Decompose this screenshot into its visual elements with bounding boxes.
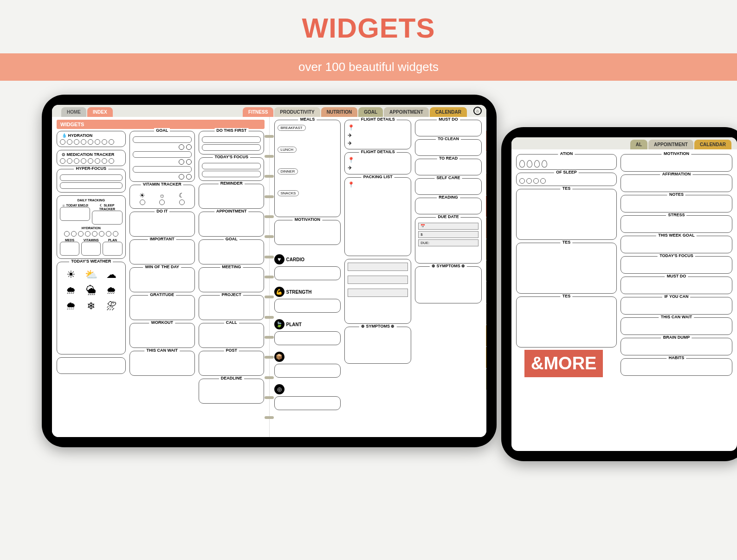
tab-home[interactable]: HOME [61,107,86,117]
hydration-label: HYDRATION [68,133,93,138]
exercise-icon[interactable]: 📦 [274,352,341,378]
widget-deadline[interactable]: DEADLINE [199,379,264,404]
widget-meeting[interactable]: MEETING [199,267,264,292]
widget2-stress[interactable]: STRESS [621,215,732,233]
home-icon[interactable]: ⌂ [473,107,482,115]
tab2-appointment[interactable]: APPOINTMENT [648,140,693,149]
widget-goal[interactable]: GOAL [199,239,264,264]
widget-motivation[interactable]: MOTIVATION [274,220,341,245]
cloud-icon: ☁ [103,269,120,281]
month-tab-oct[interactable]: OCT [486,325,486,346]
widget-daily-tracking[interactable]: DAILY TRACKING ☺ TODAY EMOJI ☾ SLEEP TRA… [57,195,126,259]
widget-gratitude[interactable]: GRATITUDE [129,295,195,320]
tab-index[interactable]: INDEX [87,107,113,117]
meal-snacks: SNACKS [278,190,299,196]
medication-label: MEDICATION TRACKER [67,152,115,157]
widget2-of sleep[interactable]: OF SLEEP [516,173,617,186]
top-tabs: HOME INDEX FITNESSPRODUCTIVITYNUTRITIONG… [52,105,486,117]
widget-hydration[interactable]: 💧 HYDRATION [57,131,126,147]
tab-calendar[interactable]: CALENDAR [430,107,467,117]
widget-workout[interactable]: WORKOUT [129,323,195,348]
widget-medication[interactable]: ⊙ MEDICATION TRACKER [57,150,126,166]
widget-today-s-focus[interactable]: TODAY'S FOCUS [199,157,264,181]
meal-lunch: LUNCH [278,147,297,153]
month-tab-feb[interactable]: FEB [486,152,486,173]
month-tab-may[interactable]: MAY [486,218,486,238]
daily-label: DAILY TRACKING [60,199,123,202]
widget-mustdo[interactable]: MUST DO [415,120,482,136]
sleet-icon: ❄ [83,300,100,312]
widget-do-it[interactable]: DO IT [129,212,195,237]
tab-productivity[interactable]: PRODUCTIVITY [274,107,320,117]
widget-blank[interactable] [57,357,126,374]
widget-weather[interactable]: TODAY'S WEATHER ☀ ⛅ ☁ 🌧 🌦 🌧 🌨 ❄ [57,262,126,354]
widget-project[interactable]: PROJECT [199,295,264,320]
page-left: WIDGETS 💧 HYDRATION ⊙ MEDICATION TRACKER [52,117,270,437]
tab-fitness[interactable]: FITNESS [243,107,273,117]
widget2-this-week-goal[interactable]: THIS WEEK GOAL [621,236,732,253]
widget-meals[interactable]: MEALS BREAKFASTLUNCHDINNERSNACKS [274,120,341,217]
widget-symptoms2[interactable]: ⊕ SYMPTOMS ⊕ [415,266,482,303]
widget-reading[interactable]: READING [415,198,482,214]
widget2-must-do[interactable]: MUST DO [621,277,732,294]
widget-important[interactable]: IMPORTANT [129,239,195,264]
widget-duedate[interactable]: DUE DATE 📅 $ DUE: [415,217,482,264]
widget2-motivation[interactable]: MOTIVATION [621,154,732,172]
widget2-habits[interactable]: HABITS [621,358,732,376]
exercise-cardio[interactable]: ♥CARDIO [274,254,341,280]
widget-symptoms1[interactable]: ⊕ SYMPTOMS ⊕ [344,327,411,364]
widget-post[interactable]: POST [199,351,264,376]
month-tab-mar[interactable]: MAR [486,174,486,195]
widget2-today-s-focus[interactable]: TODAY'S FOCUS [621,256,732,274]
month-tab-jul[interactable]: JUL [486,261,486,281]
ipad-main: HOME INDEX FITNESSPRODUCTIVITYNUTRITIONG… [42,95,497,447]
widget-blank2[interactable] [344,259,411,324]
widget2-this-can-wait[interactable]: THIS CAN WAIT [621,317,732,335]
widget2-if-you-can[interactable]: IF YOU CAN [621,297,732,315]
widget-hyperfocus[interactable]: HYPER-FOCUS [57,169,126,193]
exercise-plant[interactable]: 🍃PLANT [274,319,341,345]
widget-do-this-first[interactable]: DO THIS FIRST [199,131,264,154]
widget2-notes[interactable]: NOTES [621,195,732,212]
tab-goal[interactable]: GOAL [358,107,383,117]
month-tab-nov[interactable]: NOV [486,347,486,368]
section-widgets: WIDGETS [57,120,265,129]
widget2-tes[interactable]: TES [516,189,617,240]
widget-flight1[interactable]: FLIGHT DETAILS 📍✈✈ [344,120,411,149]
page-right: MEALS BREAKFASTLUNCHDINNERSNACKS MOTIVAT… [270,117,487,437]
widget-appointment[interactable]: APPOINTMENT [199,212,264,237]
month-tab-apr[interactable]: APR [486,196,486,217]
exercise-icon[interactable]: ◎ [274,384,341,410]
month-tab-sep[interactable]: SEP [486,304,486,324]
widget-flight2[interactable]: FLIGHT DETAILS 📍✈ [344,152,411,174]
widget2-tes[interactable]: TES [516,243,617,294]
widget-call[interactable]: CALL [199,323,264,348]
widget-selfcare[interactable]: SELF CARE [415,178,482,195]
widget-goal[interactable]: GOAL [129,131,195,182]
tab2-al[interactable]: AL [630,140,647,149]
more-badge: &MORE [524,350,603,377]
month-tab-dec[interactable]: DEC [486,369,486,390]
widget2-brain-dump[interactable]: BRAIN DUMP [621,338,732,355]
widget-vitamin-tracker[interactable]: VITAMIN TRACKER☀☼☾ [129,185,195,209]
exercise-strength[interactable]: 💪STRENGTH [274,287,341,313]
month-tab-jan[interactable]: JAN [486,131,486,151]
widget-reminder[interactable]: REMINDER [199,184,264,209]
banner: over 100 beautiful widgets [0,53,737,81]
widget-packing[interactable]: PACKING LIST 📍 [344,177,411,256]
tab2-calendar[interactable]: CALENDAR [694,140,731,149]
widget2-affirmation[interactable]: AFFIRMATION [621,174,732,192]
month-tab-jun[interactable]: JUN [486,239,486,260]
weather-label: TODAY'S WEATHER [69,259,113,264]
widget-this-can-wait[interactable]: THIS CAN WAIT [129,351,195,376]
widget-toread[interactable]: TO READ [415,159,482,175]
tab-nutrition[interactable]: NUTRITION [321,107,357,117]
partly-cloudy-icon: ⛅ [83,269,100,281]
widget-win-of-the-day[interactable]: WIN OF THE DAY [129,267,195,292]
tab-appointment[interactable]: APPOINTMENT [384,107,429,117]
motivation-label: MOTIVATION [293,217,322,222]
widget-toclean[interactable]: TO CLEAN [415,139,482,156]
month-tab-aug[interactable]: AUG [486,282,486,303]
widget2-ation[interactable]: ATION [516,154,617,170]
widget2-tes[interactable]: TES [516,296,617,348]
